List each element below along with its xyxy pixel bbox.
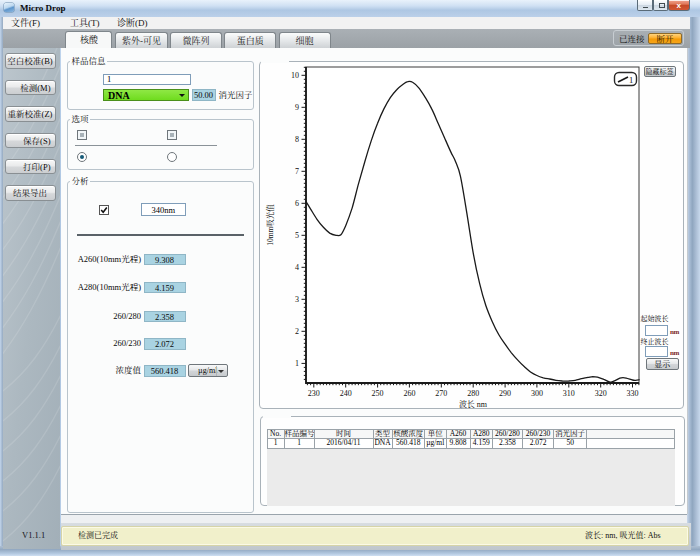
svg-text:1: 1 [629, 75, 633, 85]
svg-text:330: 330 [627, 389, 639, 398]
svg-text:280: 280 [467, 389, 479, 398]
svg-text:270: 270 [435, 389, 447, 398]
svg-text:320: 320 [595, 389, 607, 398]
svg-text:10: 10 [291, 71, 299, 80]
svg-text:2: 2 [295, 327, 299, 336]
svg-text:6: 6 [295, 199, 299, 208]
svg-text:10mm吸光值: 10mm吸光值 [265, 204, 275, 246]
svg-text:250: 250 [372, 389, 384, 398]
svg-text:9: 9 [295, 103, 299, 112]
svg-text:1: 1 [295, 359, 299, 368]
svg-text:290: 290 [499, 389, 511, 398]
svg-text:8: 8 [295, 135, 299, 144]
svg-text:4: 4 [295, 263, 299, 272]
svg-text:7: 7 [295, 167, 299, 176]
svg-text:240: 240 [340, 389, 352, 398]
svg-text:波长 nm: 波长 nm [459, 399, 488, 409]
svg-text:300: 300 [531, 389, 543, 398]
svg-text:5: 5 [295, 231, 299, 240]
svg-text:260: 260 [403, 389, 415, 398]
svg-text:310: 310 [563, 389, 575, 398]
svg-text:3: 3 [295, 295, 299, 304]
svg-text:230: 230 [308, 389, 320, 398]
